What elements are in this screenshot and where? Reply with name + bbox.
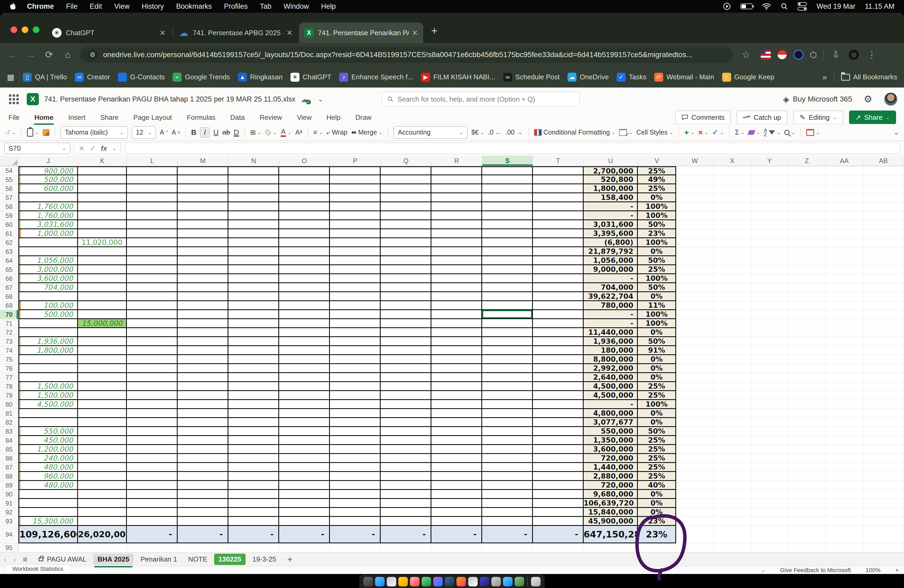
cell-W74[interactable] — [676, 346, 714, 355]
cell-L76[interactable] — [127, 364, 178, 373]
cell-P70[interactable] — [330, 310, 381, 319]
cell-Z59[interactable] — [788, 211, 826, 220]
italic-button[interactable]: I — [200, 127, 210, 138]
cell-N61[interactable] — [228, 229, 279, 238]
cell-S62[interactable] — [482, 238, 533, 247]
cell-W63[interactable] — [676, 247, 714, 256]
catch-up-button[interactable]: Catch up — [736, 111, 787, 124]
cell-J69[interactable]: 100,000 — [19, 301, 78, 310]
cell-AB57[interactable] — [863, 193, 904, 202]
cell-T71[interactable] — [533, 319, 584, 328]
cell-N54[interactable] — [228, 166, 279, 175]
cell-Z74[interactable] — [788, 346, 826, 355]
cell-N94[interactable]: - — [228, 526, 279, 543]
cell-R88[interactable] — [431, 472, 482, 481]
cell-N83[interactable] — [228, 427, 279, 436]
cell-M90[interactable] — [178, 490, 228, 499]
cell-P81[interactable] — [330, 409, 381, 418]
cell-S54[interactable] — [482, 166, 533, 175]
column-header-Q[interactable]: Q — [381, 156, 431, 166]
cell-K60[interactable] — [78, 220, 127, 229]
cell-N67[interactable] — [228, 283, 279, 292]
cell-S84[interactable] — [482, 436, 533, 445]
cell-J90[interactable] — [19, 490, 78, 499]
cell-Q56[interactable] — [381, 184, 431, 193]
cell-O62[interactable] — [279, 238, 330, 247]
menu-item-file[interactable]: File — [66, 2, 78, 10]
cell-R73[interactable] — [431, 337, 482, 346]
cell-P57[interactable] — [330, 193, 381, 202]
cell-N56[interactable] — [228, 184, 279, 193]
cell-X64[interactable] — [714, 256, 751, 265]
cell-N63[interactable] — [228, 247, 279, 256]
cell-AA77[interactable] — [826, 373, 863, 382]
cell-Q70[interactable] — [381, 310, 431, 319]
cell-L61[interactable] — [127, 229, 178, 238]
row-header-72[interactable]: 72 — [0, 328, 19, 337]
cell-V77[interactable]: 0% — [638, 373, 676, 382]
browser-tab-3[interactable]: X741. Persentase Penarikan PA✕ — [299, 22, 423, 43]
column-header-J[interactable]: J — [19, 156, 78, 166]
cell-R75[interactable] — [431, 355, 482, 364]
cell-O95[interactable] — [279, 543, 330, 552]
cell-L79[interactable] — [127, 391, 178, 400]
cell-V74[interactable]: 91% — [638, 346, 676, 355]
battery-icon[interactable] — [740, 3, 752, 9]
cell-W57[interactable] — [676, 193, 714, 202]
cell-U94[interactable]: 647,150,280 — [584, 526, 638, 543]
cell-Z73[interactable] — [788, 337, 826, 346]
alignment-button[interactable]: ≡⌄ — [313, 128, 323, 136]
cell-T67[interactable] — [533, 283, 584, 292]
cell-AA79[interactable] — [826, 391, 863, 400]
cell-AA80[interactable] — [826, 400, 863, 409]
dock-app-13-icon[interactable] — [503, 577, 512, 586]
cell-AB90[interactable] — [863, 490, 904, 499]
cell-Z80[interactable] — [788, 400, 826, 409]
cells-group-button[interactable]: ⌄ — [806, 129, 820, 136]
cell-AB87[interactable] — [863, 463, 904, 472]
cell-AA68[interactable] — [826, 292, 863, 301]
cell-Y62[interactable] — [751, 238, 788, 247]
cell-P74[interactable] — [330, 346, 381, 355]
cell-M93[interactable] — [178, 517, 228, 526]
cell-O64[interactable] — [279, 256, 330, 265]
cell-Y54[interactable] — [751, 166, 788, 175]
row-header-85[interactable]: 85 — [0, 445, 19, 454]
column-header-N[interactable]: N — [228, 156, 279, 166]
cell-L55[interactable] — [127, 175, 178, 184]
column-header-Z[interactable]: Z — [788, 156, 826, 166]
cell-J73[interactable]: 1,936,000 — [19, 337, 78, 346]
cell-J81[interactable] — [19, 409, 78, 418]
dock-app-1-icon[interactable] — [363, 577, 373, 586]
cell-S78[interactable] — [482, 382, 533, 391]
cell-X58[interactable] — [714, 202, 751, 211]
bookmark-cpanel[interactable]: cPWebmail - Main — [654, 73, 714, 82]
cell-R80[interactable] — [431, 400, 482, 409]
cell-S59[interactable] — [482, 211, 533, 220]
cell-N90[interactable] — [228, 490, 279, 499]
cell-J80[interactable]: 4,500,000 — [19, 400, 78, 409]
cell-X89[interactable] — [714, 481, 751, 490]
cell-Z78[interactable] — [788, 382, 826, 391]
cell-AA83[interactable] — [826, 427, 863, 436]
cell-W55[interactable] — [676, 175, 714, 184]
cell-L72[interactable] — [127, 328, 178, 337]
increase-decimal-button[interactable]: .00→ — [506, 128, 523, 136]
cell-Z75[interactable] — [788, 355, 826, 364]
cell-O87[interactable] — [279, 463, 330, 472]
cell-Y83[interactable] — [751, 427, 788, 436]
cell-AA92[interactable] — [826, 508, 863, 517]
find-button[interactable]: ⌄ — [784, 130, 795, 135]
cell-Q73[interactable] — [381, 337, 431, 346]
cell-N75[interactable] — [228, 355, 279, 364]
cell-J61[interactable]: 1,000,000 — [19, 229, 78, 238]
cell-AA60[interactable] — [826, 220, 863, 229]
cell-X70[interactable] — [714, 310, 751, 319]
bookmark-person[interactable]: 👤G-Contacts — [118, 73, 165, 82]
cell-W70[interactable] — [676, 310, 714, 319]
cell-W76[interactable] — [676, 364, 714, 373]
cell-Y80[interactable] — [751, 400, 788, 409]
row-header-66[interactable]: 66 — [0, 274, 19, 283]
new-tab-button[interactable]: + — [431, 25, 438, 37]
cell-R64[interactable] — [431, 256, 482, 265]
